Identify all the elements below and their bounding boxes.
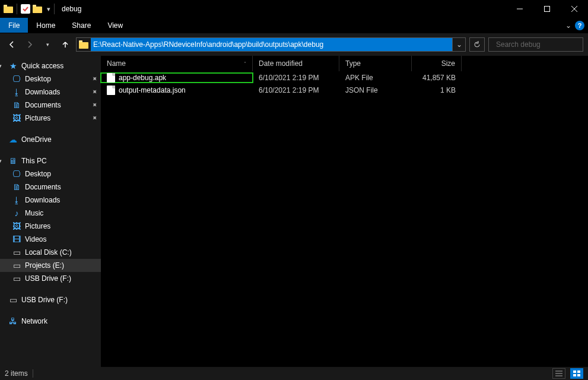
sidebar-onedrive[interactable]: ▸ ☁ OneDrive [0, 133, 101, 146]
help-icon[interactable]: ? [575, 21, 584, 30]
cloud-icon: ☁ [8, 135, 18, 144]
file-list: Name ˄ Date modified Type Size app-debug… [101, 56, 588, 367]
sidebar-quick-access-label: Quick access [21, 62, 63, 70]
view-large-icons-button[interactable] [570, 368, 583, 379]
svg-rect-11 [573, 374, 576, 376]
sort-indicator-icon: ˄ [244, 61, 246, 66]
view-details-button[interactable] [552, 368, 565, 379]
sidebar-item[interactable]: 🖵Desktop [0, 167, 101, 180]
desktop-icon: 🖵 [12, 169, 21, 179]
search-box[interactable] [488, 37, 583, 52]
svg-rect-12 [577, 374, 580, 376]
chevron-down-icon[interactable]: ▾ [0, 158, 4, 164]
column-date[interactable]: Date modified [253, 56, 339, 71]
file-name: output-metadata.json [119, 86, 186, 94]
pin-icon: ✦ [90, 100, 100, 110]
status-item-count: 2 items [5, 369, 28, 378]
column-size[interactable]: Size [412, 56, 462, 71]
sidebar-item-label: Local Disk (C:) [25, 248, 72, 256]
minimize-button[interactable] [506, 0, 533, 18]
documents-icon: 🗎 [12, 182, 21, 192]
sidebar-item[interactable]: ▭Local Disk (C:) [0, 246, 101, 259]
address-path[interactable]: E:\React-Native-Apps\RNdeviceInfo\androi… [91, 38, 452, 51]
monitor-icon: 🖥 [8, 156, 18, 166]
documents-icon: 🗎 [12, 100, 21, 110]
sidebar-item-label: Documents [25, 183, 61, 191]
sidebar-item[interactable]: ⭳Downloads✦ [0, 86, 101, 99]
refresh-button[interactable] [469, 37, 485, 52]
usb-icon: ▭ [12, 274, 21, 283]
folder-icon [79, 40, 88, 49]
sidebar-item[interactable]: 🖵Desktop✦ [0, 72, 101, 86]
file-icon [107, 73, 115, 83]
sidebar-item[interactable]: ♪Music [0, 207, 101, 220]
chevron-down-icon[interactable]: ▾ [0, 63, 4, 69]
column-type[interactable]: Type [339, 56, 412, 71]
usb-icon: ▭ [8, 295, 18, 305]
sidebar-item-label: Desktop [25, 170, 51, 178]
up-button[interactable] [58, 37, 72, 52]
search-input[interactable] [496, 40, 585, 49]
qat-properties-icon[interactable] [21, 4, 30, 14]
address-bar[interactable]: E:\React-Native-Apps\RNdeviceInfo\androi… [76, 37, 466, 52]
drive-icon: ▭ [12, 261, 21, 270]
sidebar-item-label: Pictures [25, 114, 50, 122]
tab-home[interactable]: Home [28, 18, 63, 33]
file-date: 6/10/2021 2:19 PM [253, 86, 339, 94]
sidebar-item[interactable]: 🗎Documents [0, 180, 101, 194]
ribbon: File Home Share View ⌄ ? [0, 18, 588, 33]
column-name[interactable]: Name ˄ [101, 56, 253, 71]
videos-icon: 🎞 [12, 235, 21, 244]
drive-icon: ▭ [12, 248, 21, 257]
close-button[interactable] [561, 0, 588, 18]
sidebar-quick-access[interactable]: ▾ ★ Quick access [0, 59, 101, 72]
file-row[interactable]: output-metadata.json6/10/2021 2:19 PMJSO… [101, 84, 588, 96]
sidebar-item-label: Downloads [25, 88, 60, 96]
sidebar-network[interactable]: ▸ 🖧 Network [0, 315, 101, 328]
pictures-icon: 🖼 [12, 113, 21, 123]
sidebar-item[interactable]: 🎞Videos [0, 233, 101, 246]
maximize-button[interactable] [533, 0, 561, 18]
pictures-icon: 🖼 [12, 221, 21, 231]
sidebar-item-label: Projects (E:) [25, 261, 64, 270]
sidebar-this-pc-label: This PC [21, 157, 47, 165]
sidebar-item-label: Documents [25, 101, 61, 109]
qat-customize-icon[interactable]: ▾ [47, 5, 50, 13]
recent-dropdown-icon[interactable]: ▾ [40, 37, 55, 52]
svg-rect-9 [573, 370, 576, 373]
sidebar-item[interactable]: 🗎Documents✦ [0, 99, 101, 112]
sidebar-item[interactable]: ⭳Downloads [0, 194, 101, 207]
sidebar-usb-drive[interactable]: ▸ ▭ USB Drive (F:) [0, 293, 101, 306]
file-row[interactable]: app-debug.apk6/10/2021 2:19 PMAPK File41… [101, 71, 588, 84]
sidebar-item[interactable]: ▭Projects (E:) [0, 259, 101, 272]
forward-button[interactable] [23, 37, 37, 52]
sidebar-item[interactable]: ▭USB Drive (F:) [0, 272, 101, 285]
nav-bar: ▾ E:\React-Native-Apps\RNdeviceInfo\andr… [0, 33, 588, 56]
downloads-icon: ⭳ [12, 87, 21, 97]
sidebar-onedrive-label: OneDrive [21, 135, 52, 144]
title-bar: ▾ debug [0, 0, 588, 18]
sidebar-item[interactable]: 🖼Pictures✦ [0, 112, 101, 125]
network-icon: 🖧 [8, 316, 18, 326]
tab-view[interactable]: View [99, 18, 131, 33]
back-button[interactable] [5, 37, 19, 52]
sidebar-network-label: Network [21, 317, 47, 325]
sidebar-this-pc[interactable]: ▾ 🖥 This PC [0, 154, 101, 167]
file-type: APK File [339, 74, 412, 82]
tab-file[interactable]: File [0, 18, 28, 33]
qat-newfolder-icon[interactable] [33, 5, 42, 13]
sidebar-item-label: Videos [25, 235, 46, 243]
sidebar-item[interactable]: 🖼Pictures [0, 220, 101, 233]
column-headers: Name ˄ Date modified Type Size [101, 56, 588, 71]
status-bar: 2 items [0, 367, 588, 380]
music-icon: ♪ [12, 208, 21, 218]
address-dropdown-icon[interactable]: ⌄ [452, 38, 465, 51]
sidebar-item-label: Desktop [25, 75, 51, 83]
svg-rect-1 [545, 7, 550, 12]
tab-share[interactable]: Share [63, 18, 99, 33]
pin-icon: ✦ [90, 74, 100, 84]
file-size: 1 KB [412, 86, 462, 94]
sidebar-item-label: Music [25, 209, 43, 217]
ribbon-expand-icon[interactable]: ⌄ [565, 21, 571, 30]
sidebar-item-label: USB Drive (F:) [25, 274, 71, 283]
